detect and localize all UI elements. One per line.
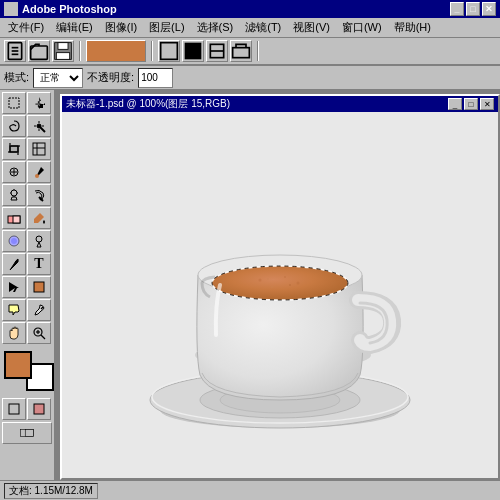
toolbar-extra-3[interactable] (206, 40, 228, 62)
tool-row-8: T (2, 253, 52, 275)
tool-paint-bucket[interactable] (27, 207, 51, 229)
minimize-button[interactable]: _ (450, 2, 464, 16)
svg-point-21 (37, 124, 41, 128)
svg-point-33 (35, 174, 39, 178)
tool-row-5 (2, 184, 52, 206)
doc-title-bar: 未标器-1.psd @ 100%(图层 15,RGB) _ □ ✕ (62, 96, 498, 112)
toolbar (0, 38, 500, 66)
menu-window[interactable]: 窗口(W) (336, 18, 388, 37)
tool-notes[interactable] (2, 299, 26, 321)
menu-view[interactable]: 视图(V) (287, 18, 336, 37)
toolbar-extra-4[interactable] (230, 40, 252, 62)
svg-point-69 (271, 286, 273, 288)
menu-select[interactable]: 选择(S) (191, 18, 240, 37)
tool-text[interactable]: T (27, 253, 51, 275)
menu-filter[interactable]: 滤镜(T) (239, 18, 287, 37)
menu-help[interactable]: 帮助(H) (388, 18, 437, 37)
toolbar-new[interactable] (4, 40, 26, 62)
maximize-button[interactable]: □ (466, 2, 480, 16)
doc-maximize-button[interactable]: □ (464, 98, 478, 110)
app-icon (4, 2, 18, 16)
svg-rect-26 (10, 146, 18, 152)
tool-row-11 (2, 322, 52, 344)
svg-rect-9 (185, 43, 202, 60)
tool-dodge[interactable] (27, 230, 51, 252)
svg-rect-55 (25, 430, 33, 437)
svg-point-70 (267, 278, 269, 280)
svg-rect-46 (34, 282, 44, 292)
close-button[interactable]: ✕ (482, 2, 496, 16)
tool-move[interactable]: ✛ (27, 92, 51, 114)
tool-pen[interactable] (2, 253, 26, 275)
tool-brush[interactable] (27, 161, 51, 183)
tool-clone[interactable] (2, 184, 26, 206)
opacity-label: 不透明度: (87, 70, 134, 85)
tool-hand[interactable] (2, 322, 26, 344)
status-doc-info: 文档: 1.15M/12.8M (4, 483, 98, 499)
cup-illustration (120, 135, 440, 455)
menu-image[interactable]: 图像(I) (99, 18, 143, 37)
tool-row-6 (2, 207, 52, 229)
tool-crop[interactable] (2, 138, 26, 160)
tool-screen-mode[interactable] (2, 422, 52, 444)
options-bar: 模式: 正常 不透明度: (0, 66, 500, 90)
tool-marquee[interactable] (2, 92, 26, 114)
status-bar: 文档: 1.15M/12.8M (0, 480, 500, 500)
doc-close-button[interactable]: ✕ (480, 98, 494, 110)
canvas-content[interactable] (62, 112, 498, 478)
svg-point-67 (284, 276, 286, 278)
fg-bg-colors[interactable] (4, 351, 54, 391)
tool-standard-mode[interactable] (2, 398, 26, 420)
tool-slice[interactable] (27, 138, 51, 160)
toolbar-color-swatch[interactable] (86, 40, 146, 62)
tool-zoom[interactable] (27, 322, 51, 344)
svg-rect-27 (33, 143, 45, 155)
tool-row-1: ✛ (2, 92, 52, 114)
svg-point-71 (289, 284, 291, 286)
svg-point-68 (297, 282, 300, 285)
menu-edit[interactable]: 编辑(E) (50, 18, 99, 37)
fg-color-swatch[interactable] (4, 351, 32, 379)
svg-rect-13 (9, 98, 19, 108)
mode-select[interactable]: 正常 (33, 68, 83, 88)
document-window: 未标器-1.psd @ 100%(图层 15,RGB) _ □ ✕ (60, 94, 500, 480)
svg-rect-8 (161, 43, 178, 60)
toolbar-sep-1 (79, 41, 81, 61)
svg-rect-52 (9, 404, 19, 414)
svg-rect-41 (13, 216, 20, 223)
svg-point-66 (259, 279, 262, 282)
svg-point-43 (11, 238, 17, 244)
menu-layer[interactable]: 图层(L) (143, 18, 190, 37)
app-title: Adobe Photoshop (22, 3, 450, 15)
color-swatches (2, 349, 52, 393)
tool-lasso[interactable] (2, 115, 26, 137)
tool-eyedropper[interactable] (27, 299, 51, 321)
tool-history-brush[interactable] (27, 184, 51, 206)
app-title-bar: Adobe Photoshop _ □ ✕ (0, 0, 500, 18)
tool-quick-mask[interactable] (27, 398, 51, 420)
menu-file[interactable]: 文件(F) (2, 18, 50, 37)
opacity-input[interactable] (138, 68, 173, 88)
svg-rect-7 (56, 53, 69, 60)
svg-rect-12 (233, 48, 250, 58)
tool-heal[interactable] (2, 161, 26, 183)
svg-rect-6 (58, 43, 68, 50)
doc-minimize-button[interactable]: _ (448, 98, 462, 110)
svg-rect-53 (34, 404, 44, 414)
toolbar-extra-2[interactable] (182, 40, 204, 62)
tool-eraser[interactable] (2, 207, 26, 229)
toolbar-extra-1[interactable] (158, 40, 180, 62)
tool-blur[interactable] (2, 230, 26, 252)
tool-path-select[interactable] (2, 276, 26, 298)
tool-magic-wand[interactable] (27, 115, 51, 137)
toolbox: ✛ (0, 90, 56, 480)
tool-row-3 (2, 138, 52, 160)
toolbar-save[interactable] (52, 40, 74, 62)
mode-label: 模式: (4, 70, 29, 85)
svg-marker-45 (9, 282, 19, 292)
tool-shape[interactable] (27, 276, 51, 298)
menu-bar: 文件(F) 编辑(E) 图像(I) 图层(L) 选择(S) 滤镜(T) 视图(V… (0, 18, 500, 38)
toolbar-sep-3 (257, 41, 259, 61)
toolbar-open[interactable] (28, 40, 50, 62)
toolbar-sep-2 (151, 41, 153, 61)
